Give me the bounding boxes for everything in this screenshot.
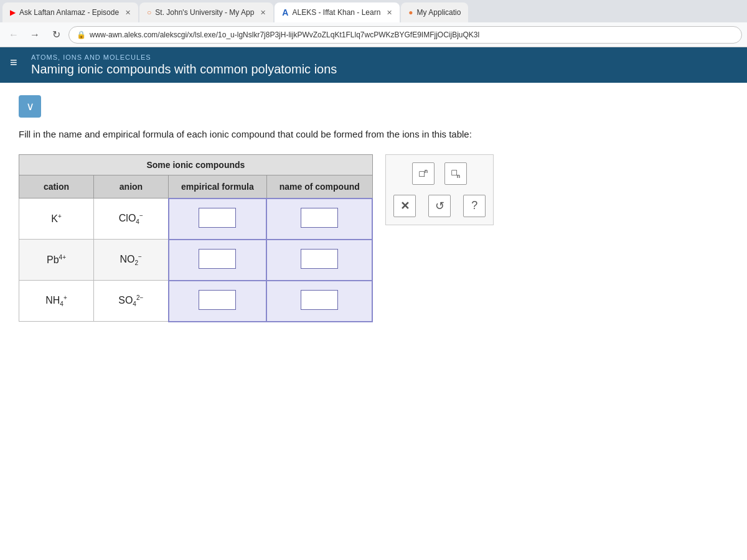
cation-2-symbol: Pb4+: [47, 254, 66, 265]
address-text: www-awn.aleks.com/alekscgi/x/lsl.exe/1o_…: [90, 30, 479, 39]
name-input-2[interactable]: [301, 249, 338, 269]
tab-stjohns-label: St. John's University - My App: [155, 8, 254, 17]
youtube-favicon-icon: ▶: [10, 8, 16, 17]
clear-button[interactable]: ✕: [393, 195, 416, 217]
col-header-formula: empirical formula: [169, 175, 267, 198]
content-area: ∨ Fill in the name and empirical formula…: [0, 83, 747, 335]
tab-youtube-label: Ask Laftan Anlamaz - Episode: [19, 8, 119, 17]
table-row: Pb4+ NO2−: [19, 240, 373, 281]
cation-1-symbol: K+: [51, 213, 62, 224]
anion-3-symbol: SO42−: [118, 295, 143, 306]
collapse-button[interactable]: ∨: [19, 95, 41, 118]
tab-youtube[interactable]: ▶ Ask Laftan Anlamaz - Episode ✕: [2, 2, 138, 22]
formula-input-cell-2[interactable]: [169, 240, 267, 281]
tab-aleks[interactable]: A ALEKS - Iffat Khan - Learn ✕: [275, 2, 400, 22]
anion-cell-1: ClO4−: [94, 198, 169, 240]
side-panel-top: □n □n: [412, 162, 467, 185]
subscript-button[interactable]: □n: [444, 162, 467, 185]
tab-myapp-label: My Applicatio: [417, 8, 461, 17]
superscript-icon: □n: [420, 168, 428, 179]
myapp-favicon-icon: ●: [408, 8, 413, 17]
formula-input-1[interactable]: [199, 208, 236, 228]
forward-button[interactable]: →: [26, 26, 44, 44]
table-title: Some ionic compounds: [146, 160, 245, 170]
tab-aleks-close[interactable]: ✕: [387, 9, 392, 17]
table-container: Some ionic compounds cation anion empiri…: [19, 154, 728, 322]
anion-1-symbol: ClO4−: [119, 213, 143, 223]
formula-input-2[interactable]: [199, 249, 236, 269]
formula-input-cell-1[interactable]: [169, 198, 267, 240]
help-button[interactable]: ?: [463, 195, 486, 217]
superscript-button[interactable]: □n: [412, 162, 435, 185]
cation-3-symbol: NH4+: [45, 295, 67, 306]
cation-cell-2: Pb4+: [19, 240, 94, 281]
browser-chrome: ▶ Ask Laftan Anlamaz - Episode ✕ ○ St. J…: [0, 0, 747, 47]
anion-cell-3: SO42−: [94, 281, 169, 322]
back-button[interactable]: ←: [5, 26, 22, 44]
name-input-cell-1[interactable]: [266, 198, 372, 240]
tab-aleks-label: ALEKS - Iffat Khan - Learn: [292, 8, 380, 17]
x-icon: ✕: [400, 199, 410, 213]
name-input-cell-2[interactable]: [266, 240, 372, 281]
question-mark-icon: ?: [471, 199, 477, 212]
refresh-button[interactable]: ↻: [47, 26, 65, 44]
anion-2-symbol: NO2−: [120, 254, 142, 264]
lock-icon: 🔒: [77, 30, 86, 39]
aleks-header: ATOMS, IONS AND MOLECULES Naming ionic c…: [0, 47, 747, 83]
formula-input-3[interactable]: [199, 290, 236, 310]
col-header-cation: cation: [19, 175, 94, 198]
cation-cell-3: NH4+: [19, 281, 94, 322]
stjohns-favicon-icon: ○: [147, 8, 151, 17]
table-row: K+ ClO4−: [19, 198, 373, 240]
main-content: ATOMS, IONS AND MOLECULES Naming ionic c…: [0, 47, 747, 560]
side-panel-bottom: ✕ ↺ ?: [393, 195, 486, 217]
name-input-3[interactable]: [301, 290, 338, 310]
tab-bar: ▶ Ask Laftan Anlamaz - Episode ✕ ○ St. J…: [0, 0, 747, 22]
side-panel: □n □n ✕ ↺ ?: [385, 154, 494, 225]
undo-icon: ↺: [435, 199, 444, 213]
header-title: Naming ionic compounds with common polya…: [31, 62, 735, 77]
anion-cell-2: NO2−: [94, 240, 169, 281]
ionic-compounds-table: Some ionic compounds cation anion empiri…: [19, 154, 373, 322]
hamburger-menu-icon[interactable]: ≡: [10, 55, 17, 70]
header-subtitle: ATOMS, IONS AND MOLECULES: [31, 54, 735, 61]
nav-bar: ← → ↻ 🔒 www-awn.aleks.com/alekscgi/x/lsl…: [0, 22, 747, 47]
col-header-anion: anion: [94, 175, 169, 198]
col-header-name: name of compound: [266, 175, 372, 198]
tab-stjohns[interactable]: ○ St. John's University - My App ✕: [139, 2, 273, 22]
aleks-favicon-icon: A: [282, 7, 288, 17]
tab-stjohns-close[interactable]: ✕: [260, 9, 266, 17]
name-input-1[interactable]: [301, 208, 338, 228]
tab-myapp[interactable]: ● My Applicatio: [401, 2, 468, 22]
instructions-text: Fill in the name and empirical formula o…: [19, 128, 728, 142]
cation-cell-1: K+: [19, 198, 94, 240]
address-bar[interactable]: 🔒 www-awn.aleks.com/alekscgi/x/lsl.exe/1…: [68, 26, 742, 44]
formula-input-cell-3[interactable]: [169, 281, 267, 322]
undo-button[interactable]: ↺: [428, 195, 451, 217]
table-row: NH4+ SO42−: [19, 281, 373, 322]
name-input-cell-3[interactable]: [266, 281, 372, 322]
subscript-icon: □n: [452, 167, 460, 179]
tab-youtube-close[interactable]: ✕: [125, 9, 131, 17]
